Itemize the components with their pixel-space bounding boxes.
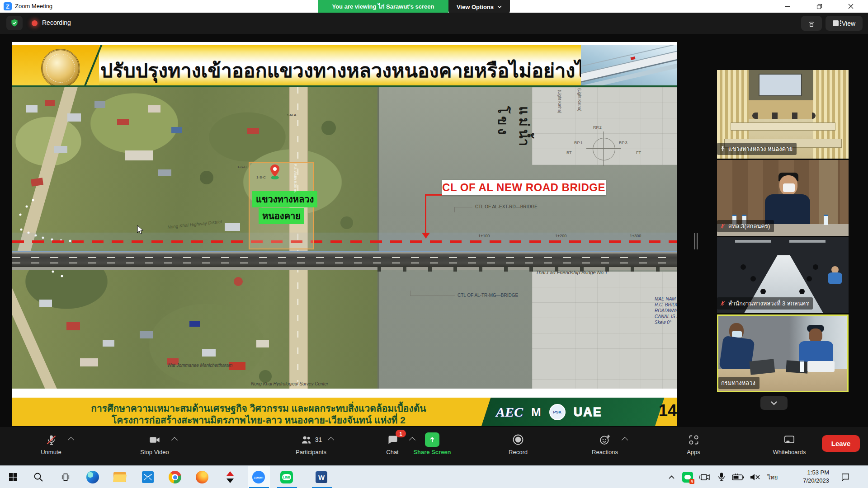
tray-expand-button[interactable]: [665, 469, 677, 485]
reactions-button[interactable]: Reactions: [576, 432, 634, 455]
mic-tray-icon[interactable]: [715, 469, 728, 485]
video-thumb-1[interactable]: แขวงทางหลวง หนองคาย: [717, 70, 849, 159]
note-rc-bridge: R.C. BRIDGE: [655, 302, 677, 308]
meeting-table-1: [731, 122, 835, 131]
search-button[interactable]: [31, 469, 46, 485]
video-thumb-3[interactable]: สำนักงานทางหลวงที่ 3 สกลนคร: [717, 237, 849, 313]
meeting-info-shield-button[interactable]: [6, 16, 23, 30]
panel-resize-handle[interactable]: [694, 233, 695, 249]
panel-resize-handle2[interactable]: [697, 233, 698, 249]
battery-tray-icon[interactable]: [731, 469, 746, 485]
window-title: Zoom Meeting: [15, 3, 52, 9]
bridge-piers: [377, 267, 677, 272]
zoom-taskbar-icon[interactable]: zoom: [251, 469, 266, 485]
start-button[interactable]: [5, 469, 21, 485]
line-glyph: LINE: [282, 474, 291, 480]
reactions-smiley-icon: [599, 433, 611, 446]
firefox-taskbar-icon[interactable]: [194, 469, 210, 485]
connected-device-button[interactable]: [801, 16, 822, 31]
m-crest-logo: M: [531, 405, 541, 419]
video-thumb-4-active[interactable]: กรมทางหลวง: [717, 314, 849, 392]
apps-label: Apps: [664, 449, 723, 455]
department-seal: [41, 49, 80, 87]
language-indicator[interactable]: ไทย: [764, 469, 781, 485]
ctl-tr-leader2: [410, 291, 410, 296]
bridge-photo: [581, 45, 677, 87]
parcel-label-2: 1-S-C: [237, 165, 247, 169]
uae-logo: UAE: [574, 405, 602, 419]
video-label-3: สำนักงานทางหลวงที่ 3 สกลนคร: [717, 297, 813, 310]
view-layout-button[interactable]: View: [826, 16, 863, 31]
line-taskbar-icon[interactable]: LINE: [279, 469, 294, 485]
chairs: [741, 264, 746, 270]
task-view-button[interactable]: [58, 469, 73, 485]
share-screen-button[interactable]: Share Screen: [403, 432, 462, 455]
participants-button[interactable]: 31 Participants: [282, 432, 340, 455]
meeting-info-bar: Recording View: [0, 13, 868, 34]
pin-icon: [720, 145, 726, 152]
share-screen-label: Share Screen: [403, 449, 462, 455]
map-pin-icon: [269, 164, 281, 179]
unmute-button[interactable]: Unmute: [22, 432, 80, 455]
mail-icon: [142, 471, 154, 483]
chainage-1300: 1+300: [630, 234, 641, 238]
participants-options-chevron[interactable]: [328, 437, 334, 443]
close-button[interactable]: [838, 0, 863, 13]
taskbar-clock[interactable]: 1:53 PM 7/20/2023: [781, 469, 829, 485]
line-notification-icon: N: [682, 472, 693, 483]
psk-globe-logo: PSK: [549, 404, 566, 420]
cl-new-bridge-callout: CL OF AL NEW ROAD BRIDGE: [442, 180, 606, 195]
whiteboards-button[interactable]: Whiteboards: [760, 432, 819, 455]
word-taskbar-icon[interactable]: W: [314, 469, 329, 485]
restore-button[interactable]: [807, 0, 832, 13]
friendship-bridge-label: Thai-Lao Friendship Bridge No.1: [536, 270, 608, 275]
chainage-1200: 1+200: [555, 234, 566, 238]
drawing-paper-bottom: [532, 272, 677, 389]
zoom-icon: zoom: [252, 471, 265, 483]
view-button-label: View: [842, 20, 855, 27]
video-thumb-2[interactable]: สทล.3(สกลนคร): [717, 160, 849, 236]
volume-tray-icon[interactable]: [748, 469, 762, 485]
mail-taskbar-icon[interactable]: [140, 469, 156, 485]
bridge-vehicle: [630, 56, 635, 60]
minimize-icon: [785, 4, 790, 9]
camera-tray-icon[interactable]: [698, 469, 712, 485]
line-tray-icon[interactable]: N: [681, 469, 694, 485]
rp3-label: RP.3: [619, 141, 627, 145]
rp2-label: RP.2: [593, 125, 602, 130]
stop-video-button[interactable]: Stop Video: [125, 432, 184, 455]
video-name-4: กรมทางหลวง: [721, 378, 755, 388]
district-label-line2: หนองคาย: [259, 208, 304, 224]
apps-button[interactable]: Apps: [664, 432, 723, 455]
video-camera-icon: [148, 434, 161, 446]
plan-map: แขวงทางหลวง หนองคาย CL OF AL NEW ROAD BR…: [12, 87, 677, 389]
edge-taskbar-icon[interactable]: [85, 469, 100, 485]
action-center-button[interactable]: [837, 469, 854, 485]
parcel-label-1: 1-S-C: [256, 175, 266, 179]
file-explorer-taskbar-icon[interactable]: [112, 469, 127, 485]
person3-body: [828, 272, 842, 284]
recording-label: Recording: [42, 19, 71, 26]
collapse-videos-button[interactable]: [760, 396, 788, 410]
chrome-taskbar-icon[interactable]: [167, 469, 183, 485]
ctl-tr-leader: [410, 296, 455, 296]
device-cast-icon: [807, 19, 816, 28]
cl-arrow-head: [422, 233, 430, 239]
notification-icon: [840, 473, 850, 482]
record-button[interactable]: Record: [489, 432, 547, 455]
updown-app-taskbar-icon[interactable]: [222, 469, 238, 485]
person4a-body: [719, 335, 755, 373]
view-options-label: View Options: [457, 4, 494, 10]
battery-plug-icon: [732, 473, 745, 481]
water-bottle-4: [800, 361, 804, 372]
view-options-button[interactable]: View Options: [448, 0, 510, 14]
reactions-options-chevron[interactable]: [622, 437, 628, 443]
slide-title: ปรับปรุงทางเข้าออกแขวงทางหลวงหนองคายหรือ…: [100, 55, 571, 86]
leave-button[interactable]: Leave: [822, 435, 860, 452]
window-titlebar: Z Zoom Meeting You are viewing ไก่ Saraw…: [0, 0, 868, 13]
minimize-button[interactable]: [775, 0, 800, 13]
light-katha-label-2: (Light Katha): [577, 88, 582, 112]
unmute-options-chevron[interactable]: [68, 437, 74, 443]
volume-muted-icon: [750, 473, 760, 481]
video-options-chevron[interactable]: [171, 437, 178, 443]
